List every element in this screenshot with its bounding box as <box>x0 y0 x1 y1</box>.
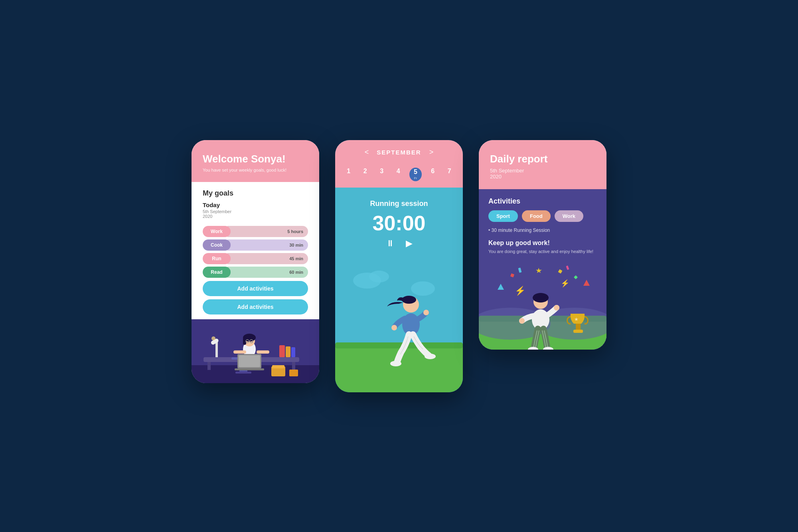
session-info: Running session 30:00 ⏸ ▶ <box>335 188 463 257</box>
report-title: Daily report <box>490 153 595 165</box>
activities-heading: Activities <box>488 197 597 206</box>
svg-point-38 <box>391 325 397 330</box>
svg-point-31 <box>369 271 389 283</box>
phone3-illustration: ⚡ ⚡ <box>479 262 606 350</box>
date-row: 1 2 3 4 5 Fr 6 7 <box>335 163 463 188</box>
today-section: Today 5th September 2020 <box>192 202 319 223</box>
phone1-header: Welcome Sonya! You have set your weekly … <box>192 140 319 182</box>
phone2-header: < SEPTEMBER > <box>335 140 463 163</box>
read-progress: 60 min <box>227 267 308 278</box>
svg-rect-3 <box>207 362 211 370</box>
today-date: 5th September 2020 <box>203 209 308 219</box>
report-date: 5th September 2020 <box>490 168 595 180</box>
work-label: Work <box>203 226 231 237</box>
keep-up-text: You are doing great, stay active and enj… <box>488 249 597 254</box>
month-label: SEPTEMBER <box>377 149 421 156</box>
date-7[interactable]: 7 <box>444 168 455 181</box>
activities-list: Work 5 hours Cook 30 min Run 45 min <box>192 226 319 278</box>
svg-point-36 <box>402 296 416 304</box>
svg-rect-18 <box>239 355 260 367</box>
run-label: Run <box>203 253 231 264</box>
svg-point-32 <box>411 281 435 296</box>
session-label: Running session <box>346 200 452 208</box>
svg-rect-28 <box>289 370 298 376</box>
date-4[interactable]: 4 <box>393 168 403 181</box>
read-label: Read <box>203 267 231 278</box>
food-tab[interactable]: Food <box>522 210 551 222</box>
svg-rect-15 <box>233 350 246 354</box>
phone1-illustration <box>192 319 319 383</box>
svg-rect-20 <box>215 341 218 357</box>
date-2[interactable]: 2 <box>359 168 370 181</box>
svg-rect-25 <box>291 347 295 357</box>
activity-note: • 30 minute Running Session <box>488 222 597 239</box>
goals-label: My goals <box>192 182 319 202</box>
activity-cook: Cook 30 min <box>203 239 308 251</box>
svg-point-39 <box>423 310 429 315</box>
svg-text:★: ★ <box>574 316 579 322</box>
phone-running: < SEPTEMBER > 1 2 3 4 5 Fr 6 <box>335 140 463 392</box>
svg-rect-27 <box>272 365 284 368</box>
svg-point-59 <box>533 293 549 303</box>
cook-label: Cook <box>203 239 231 251</box>
svg-rect-16 <box>257 350 269 354</box>
svg-rect-24 <box>286 346 290 357</box>
svg-rect-23 <box>279 345 285 357</box>
run-progress: 45 min <box>227 253 308 264</box>
session-timer: 30:00 <box>346 211 452 235</box>
read-value: 60 min <box>289 270 303 275</box>
run-value: 45 min <box>289 256 303 261</box>
keep-up-title: Keep up good work! <box>488 239 597 247</box>
svg-text:⚡: ⚡ <box>561 279 570 288</box>
svg-rect-29 <box>335 257 463 344</box>
play-btn[interactable]: ▶ <box>406 238 413 249</box>
phone-goals: Welcome Sonya! You have set your weekly … <box>192 140 319 383</box>
work-value: 5 hours <box>287 229 303 234</box>
phones-container: Welcome Sonya! You have set your weekly … <box>192 140 606 392</box>
next-month-arrow[interactable]: > <box>429 148 434 156</box>
svg-point-41 <box>425 354 436 359</box>
svg-rect-7 <box>235 372 251 374</box>
phone2-illustration <box>335 257 463 392</box>
timer-controls: ⏸ ▶ <box>346 238 452 249</box>
today-title: Today <box>203 202 308 208</box>
activity-read: Read 60 min <box>203 267 308 278</box>
activities-section: Activities Sport Food Work • 30 minute R… <box>479 189 606 239</box>
prev-month-arrow[interactable]: < <box>365 148 369 156</box>
date-1[interactable]: 1 <box>343 168 354 181</box>
date-6[interactable]: 6 <box>427 168 438 181</box>
activity-run: Run 45 min <box>203 253 308 264</box>
add-activities-btn-2[interactable]: Add activities <box>203 299 308 314</box>
subtitle-text: You have set your weekly goals, good luc… <box>203 168 308 172</box>
svg-rect-34 <box>335 342 463 348</box>
svg-point-62 <box>554 305 559 310</box>
svg-point-22 <box>211 336 215 340</box>
svg-point-61 <box>519 318 525 324</box>
phone-report: Daily report 5th September 2020 Activiti… <box>479 140 606 350</box>
add-activities-btn-1[interactable]: Add activities <box>203 281 308 296</box>
date-3[interactable]: 3 <box>376 168 387 181</box>
svg-rect-4 <box>292 362 295 370</box>
svg-rect-19 <box>235 368 264 370</box>
keep-up-section: Keep up good work! You are doing great, … <box>479 239 606 262</box>
pause-btn[interactable]: ⏸ <box>386 238 395 249</box>
month-nav: < SEPTEMBER > <box>346 148 452 156</box>
sport-tab[interactable]: Sport <box>488 210 518 222</box>
phone3-header: Daily report 5th September 2020 <box>479 140 606 189</box>
work-tab[interactable]: Work <box>555 210 583 222</box>
svg-text:⚡: ⚡ <box>515 285 526 296</box>
work-progress: 5 hours <box>227 226 308 237</box>
cook-value: 30 min <box>289 243 303 247</box>
svg-point-40 <box>390 361 401 366</box>
svg-rect-65 <box>576 324 581 330</box>
activity-work: Work 5 hours <box>203 226 308 237</box>
activity-tabs: Sport Food Work <box>488 210 597 222</box>
cook-progress: 30 min <box>227 239 308 251</box>
date-5-active[interactable]: 5 Fr <box>409 168 422 181</box>
welcome-text: Welcome Sonya! <box>203 153 308 165</box>
svg-rect-66 <box>573 330 583 333</box>
